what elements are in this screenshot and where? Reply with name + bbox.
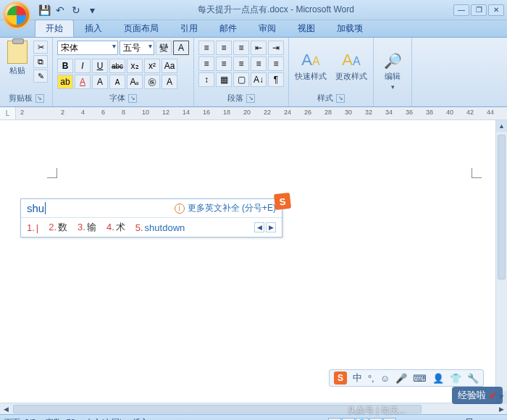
format-painter-button[interactable]: ✎	[33, 70, 48, 83]
paragraph-dialog-launcher[interactable]: ↘	[246, 94, 255, 103]
ime-hint[interactable]: i更多英文补全 (分号+E)	[175, 202, 276, 214]
align-left-button[interactable]: ≡	[198, 56, 214, 71]
align-right-button[interactable]: ≡	[233, 56, 249, 71]
paste-button[interactable]: 粘贴	[4, 41, 30, 76]
ime-emoji-button[interactable]: ☺	[380, 373, 390, 384]
qat-redo[interactable]: ↻	[70, 4, 83, 17]
view-full-screen[interactable]: ▣	[342, 418, 355, 421]
vertical-scrollbar[interactable]: ▲ ▼	[495, 120, 507, 403]
status-language[interactable]: 中文(中国)	[85, 417, 122, 420]
office-button[interactable]	[3, 1, 30, 29]
group-styles: AA 快速样式 AA 更改样式 样式↘	[289, 38, 374, 106]
bullets-button[interactable]: ≡	[198, 41, 214, 55]
ime-punct-toggle[interactable]: °,	[368, 373, 374, 384]
quick-styles-button[interactable]: AA 快速样式	[293, 51, 328, 82]
tab-mailings[interactable]: 邮件	[209, 20, 248, 37]
align-justify-button[interactable]: ≡	[251, 56, 267, 71]
copy-button[interactable]: ⧉	[33, 55, 48, 68]
char-border-button[interactable]: A	[173, 41, 189, 55]
ime-prev-page[interactable]: ◀	[254, 222, 264, 232]
char-shading-button[interactable]: A	[162, 75, 177, 89]
enclosed-char-button[interactable]: ㊑	[144, 75, 160, 89]
window-title: 每天提升一点点有.docx - Microsoft Word	[99, 4, 453, 16]
status-insert-mode[interactable]: 插入	[133, 417, 148, 420]
tab-review[interactable]: 审阅	[248, 20, 287, 37]
document-area[interactable]: S shu i更多英文补全 (分号+E) 1.| 2.数 3.输 4.术 5.s…	[0, 120, 507, 403]
show-marks-button[interactable]: ¶	[268, 72, 284, 87]
sort-button[interactable]: A↓	[251, 72, 267, 87]
ime-candidate-1[interactable]: 1.|	[27, 222, 38, 233]
ime-account-button[interactable]: 👤	[432, 373, 444, 384]
font-dialog-launcher[interactable]: ↘	[128, 94, 137, 103]
sogou-badge-icon: S	[274, 193, 291, 210]
status-page[interactable]: 页面: 2/2	[4, 417, 35, 420]
ime-next-page[interactable]: ▶	[266, 222, 276, 232]
cut-button[interactable]: ✂	[33, 41, 48, 54]
close-button[interactable]: ✕	[488, 4, 504, 16]
clipboard-dialog-launcher[interactable]: ↘	[35, 94, 44, 103]
font-size-combo[interactable]: 五号	[120, 41, 154, 55]
subscript-button[interactable]: x₂	[127, 59, 143, 73]
sogou-logo-icon[interactable]: S	[334, 371, 347, 385]
align-distribute-button[interactable]: ≡	[268, 56, 284, 71]
clear-format-button[interactable]: Aₐ	[127, 75, 143, 89]
ime-softkbd-button[interactable]: ⌨	[413, 373, 427, 384]
view-outline[interactable]: ≡	[369, 418, 382, 421]
ime-voice-button[interactable]: 🎤	[395, 373, 407, 384]
ime-toolbar[interactable]: S 中 °, ☺ 🎤 ⌨ 👤 👕 🔧	[329, 369, 484, 387]
italic-button[interactable]: I	[75, 59, 91, 73]
scroll-right-button[interactable]: ▶	[495, 404, 507, 414]
tab-view[interactable]: 视图	[287, 20, 326, 37]
view-print-layout[interactable]: ▭	[328, 418, 341, 421]
phonetic-guide-button[interactable]: 變	[156, 41, 172, 55]
font-color-button[interactable]: A	[75, 75, 91, 89]
tab-layout[interactable]: 页面布局	[113, 20, 169, 37]
change-styles-button[interactable]: AA 更改样式	[334, 51, 369, 82]
ruler[interactable]: L 22468101214161820222426283032343638404…	[0, 107, 507, 120]
ime-skin-button[interactable]: 👕	[450, 373, 461, 384]
ime-candidate-2[interactable]: 2.数	[49, 221, 67, 234]
ime-settings-button[interactable]: 🔧	[467, 373, 479, 384]
tab-references[interactable]: 引用	[169, 20, 209, 37]
shading-button[interactable]: ▦	[216, 72, 232, 87]
styles-dialog-launcher[interactable]: ↘	[336, 94, 345, 103]
view-web-layout[interactable]: 🌐	[356, 418, 369, 421]
ime-candidate-3[interactable]: 3.输	[77, 221, 96, 234]
ime-lang-toggle[interactable]: 中	[353, 371, 362, 385]
grow-font-button[interactable]: A	[92, 75, 108, 89]
vscroll-thumb[interactable]	[498, 135, 506, 280]
tab-addins[interactable]: 加载项	[326, 20, 374, 37]
maximize-button[interactable]: ❐	[471, 4, 487, 16]
shrink-font-button[interactable]: A	[109, 75, 125, 89]
numbering-button[interactable]: ≡	[216, 41, 232, 55]
underline-button[interactable]: U	[92, 59, 108, 73]
qat-undo[interactable]: ↶	[54, 4, 67, 17]
tab-insert[interactable]: 插入	[74, 20, 113, 37]
qat-save[interactable]: 💾	[38, 4, 51, 17]
borders-button[interactable]: ▢	[233, 72, 249, 87]
qat-customize[interactable]: ▾	[85, 4, 99, 17]
align-center-button[interactable]: ≡	[216, 56, 232, 71]
minimize-button[interactable]: —	[453, 4, 469, 16]
scroll-up-button[interactable]: ▲	[496, 120, 507, 132]
superscript-button[interactable]: x²	[144, 59, 160, 73]
highlight-button[interactable]: ab	[57, 75, 73, 89]
change-case-button[interactable]: Aa	[162, 59, 177, 73]
tab-home[interactable]: 开始	[35, 20, 74, 37]
find-icon: 🔎	[384, 52, 402, 70]
tab-selector[interactable]: L	[0, 107, 16, 119]
ime-candidate-4[interactable]: 4.术	[106, 221, 125, 234]
multilevel-button[interactable]: ≡	[233, 41, 249, 55]
view-draft[interactable]: ▤	[383, 418, 396, 421]
horizontal-scrollbar[interactable]: ◀ ▶	[0, 403, 507, 414]
ime-candidate-5[interactable]: 5.shutdown	[135, 222, 185, 233]
increase-indent-button[interactable]: ⇥	[268, 41, 284, 55]
decrease-indent-button[interactable]: ⇤	[251, 41, 267, 55]
status-word-count[interactable]: 字数: 78	[46, 417, 75, 420]
scroll-left-button[interactable]: ◀	[0, 404, 12, 414]
bold-button[interactable]: B	[57, 59, 73, 73]
font-name-combo[interactable]: 宋体	[57, 41, 118, 55]
line-spacing-button[interactable]: ↕	[198, 72, 214, 87]
strike-button[interactable]: abc	[109, 59, 125, 73]
editing-menu[interactable]: 🔎 编辑 ▾	[378, 52, 407, 91]
